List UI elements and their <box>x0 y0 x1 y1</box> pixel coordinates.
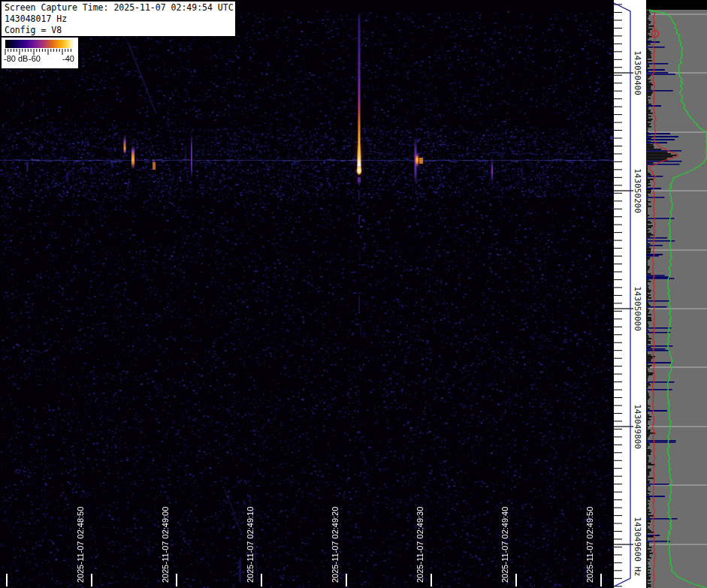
time-tick <box>600 574 602 586</box>
time-tick <box>346 574 347 586</box>
time-label: 2025-11-07 02:49:00 <box>161 507 170 583</box>
time-label: 2025-11-07 02:49:40 <box>500 507 509 583</box>
center-frequency-text: 143048017 Hz <box>5 14 232 25</box>
config-text: Config = V8 <box>5 25 232 36</box>
freq-label: 143050400 <box>633 50 642 95</box>
time-tick <box>176 574 177 586</box>
spectrum-panel-canvas <box>646 0 707 588</box>
spectrogram-screen: 2025-11-07 02:48:402025-11-07 02:48:5020… <box>0 0 707 588</box>
colorbar-label-min: -80 dB <box>4 54 28 63</box>
freq-label: 143050200 <box>633 168 642 213</box>
freq-label: 143050000 <box>633 286 642 331</box>
frequency-axis: 1430504001430502001430500001430498001430… <box>614 0 646 588</box>
time-tick <box>6 574 8 586</box>
time-label: 2025-11-07 02:49:10 <box>246 507 255 583</box>
time-label: 2025-11-07 02:48:50 <box>76 507 85 583</box>
capture-info-box: Screen Capture Time: 2025-11-07 02:49:54… <box>2 2 235 36</box>
freq-label: 143049600 Hz <box>633 517 642 576</box>
time-label: 2025-11-07 02:49:20 <box>331 507 340 583</box>
capture-time-text: Screen Capture Time: 2025-11-07 02:49:54… <box>5 2 232 14</box>
time-label: 2025-11-07 02:49:30 <box>415 507 425 583</box>
freq-label: 143049800 <box>633 404 642 449</box>
colorbar-label-max: -40 <box>62 54 74 63</box>
time-tick <box>431 574 432 586</box>
time-tick <box>261 574 262 586</box>
time-tick <box>91 574 92 586</box>
colorbar-gradient <box>5 40 74 48</box>
time-tick <box>515 574 517 586</box>
intensity-colorbar: -80 dB -60 -40 <box>2 38 78 68</box>
time-label: 2025-11-07 02:49:50 <box>585 507 594 583</box>
time-axis: 2025-11-07 02:48:402025-11-07 02:48:5020… <box>0 0 615 588</box>
colorbar-label-mid: -60 <box>29 54 41 63</box>
